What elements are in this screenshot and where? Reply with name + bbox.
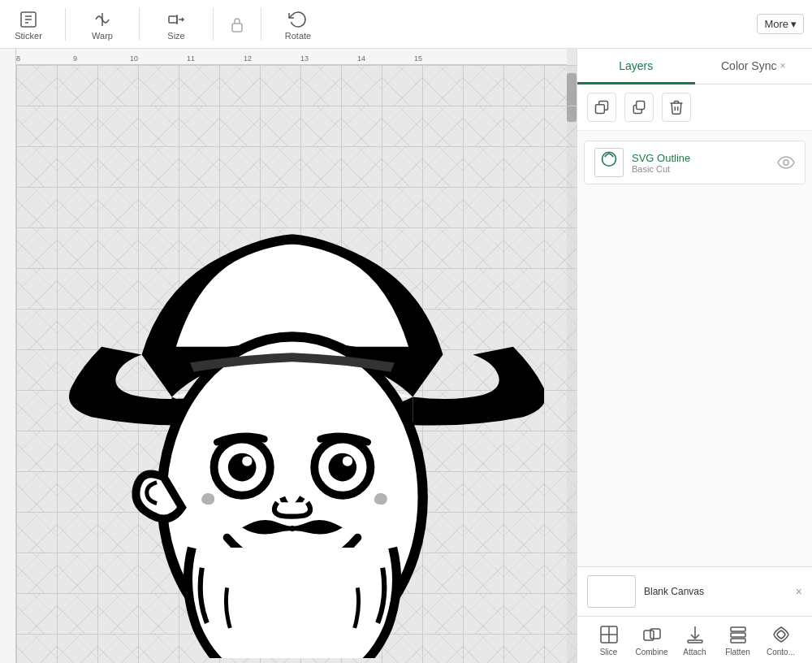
layer-visibility-icon[interactable] xyxy=(777,154,795,171)
flatten-tool[interactable]: Flatten xyxy=(718,623,758,656)
slice-label: Slice xyxy=(600,648,618,656)
contour-tool[interactable]: Conto... xyxy=(761,623,801,656)
ruler-tick: 11 xyxy=(187,54,195,63)
layers-list: SVG Outline Basic Cut xyxy=(577,131,812,566)
svg-rect-8 xyxy=(232,24,242,32)
size-label: Size xyxy=(167,31,184,41)
svg-point-11 xyxy=(228,453,257,482)
copy-to-layers-button[interactable] xyxy=(587,93,616,122)
attach-tool[interactable]: Attach xyxy=(675,623,715,656)
lock-icon-area xyxy=(230,15,244,33)
top-toolbar: Sticker Warp Size xyxy=(0,0,812,49)
flatten-icon xyxy=(727,623,749,646)
svg-rect-29 xyxy=(731,639,745,643)
svg-point-14 xyxy=(329,453,357,482)
contour-icon xyxy=(770,623,793,646)
toolbar-divider-4 xyxy=(261,8,261,41)
more-button[interactable]: More ▾ xyxy=(757,14,804,34)
canvas-area[interactable]: 8 9 10 11 12 13 14 15 xyxy=(0,49,577,663)
sticker-label: Sticker xyxy=(15,31,42,41)
toolbar-divider-2 xyxy=(139,8,140,41)
cowboy-svg xyxy=(41,106,544,658)
layers-tab-label: Layers xyxy=(619,59,653,72)
bottom-toolbar: Slice Combine xyxy=(577,616,812,663)
svg-rect-28 xyxy=(731,633,745,637)
canvas-thumbnail xyxy=(587,575,636,608)
canvas-label: Blank Canvas xyxy=(644,586,788,597)
slice-icon xyxy=(598,623,620,646)
panel-tabs: Layers Color Sync × xyxy=(577,49,812,84)
combine-label: Combine xyxy=(635,648,667,656)
canvas-wrapper xyxy=(16,65,577,663)
svg-rect-5 xyxy=(169,16,177,23)
combine-tool[interactable]: Combine xyxy=(632,623,672,656)
ruler-tick: 10 xyxy=(130,54,138,63)
layer-type: Basic Cut xyxy=(632,164,769,174)
sticker-tool[interactable]: Sticker xyxy=(8,8,49,41)
canvas-close-icon[interactable]: × xyxy=(796,585,802,598)
layer-item[interactable]: SVG Outline Basic Cut xyxy=(584,141,806,184)
slice-tool[interactable]: Slice xyxy=(589,623,629,656)
main-area: 8 9 10 11 12 13 14 15 xyxy=(0,49,812,663)
ruler-tick: 8 xyxy=(16,54,20,63)
svg-rect-26 xyxy=(688,640,702,643)
layer-name: SVG Outline xyxy=(632,152,769,164)
color-sync-close-icon[interactable]: × xyxy=(780,60,785,72)
sticker-icon xyxy=(17,8,40,31)
toolbar-divider-3 xyxy=(213,8,214,41)
duplicate-layer-button[interactable] xyxy=(624,93,654,122)
svg-rect-16 xyxy=(596,105,605,114)
size-tool[interactable]: Size xyxy=(156,8,197,41)
tab-layers[interactable]: Layers xyxy=(577,49,695,84)
attach-icon xyxy=(684,623,706,646)
grid-canvas xyxy=(16,65,577,663)
rotate-tool[interactable]: Rotate xyxy=(278,8,318,41)
canvas-preview-section: Blank Canvas × xyxy=(577,566,812,616)
more-label: More xyxy=(764,18,788,30)
ruler-tick: 13 xyxy=(300,54,309,63)
panel-actions xyxy=(577,84,812,131)
ruler-tick: 9 xyxy=(73,54,77,63)
svg-rect-27 xyxy=(731,627,745,631)
rotate-icon xyxy=(287,8,309,31)
layer-thumbnail xyxy=(594,148,624,177)
size-icon xyxy=(165,8,188,31)
warp-tool[interactable]: Warp xyxy=(82,8,123,41)
svg-rect-18 xyxy=(637,102,645,110)
rotate-label: Rotate xyxy=(285,31,311,41)
color-sync-tab-label: Color Sync xyxy=(721,59,776,72)
svg-point-15 xyxy=(343,456,352,466)
design-canvas xyxy=(41,106,544,658)
svg-point-12 xyxy=(242,456,252,466)
svg-point-20 xyxy=(784,160,788,165)
flatten-label: Flatten xyxy=(725,648,750,656)
toolbar-divider-1 xyxy=(65,8,66,41)
attach-label: Attach xyxy=(683,648,706,656)
delete-layer-button[interactable] xyxy=(662,93,691,122)
ruler-tick: 12 xyxy=(244,54,252,63)
ruler-vertical xyxy=(0,49,16,663)
right-panel: Layers Color Sync × xyxy=(577,49,812,663)
ruler-horizontal: 8 9 10 11 12 13 14 15 xyxy=(16,49,567,65)
ruler-tick: 14 xyxy=(357,54,365,63)
layer-info: SVG Outline Basic Cut xyxy=(632,152,769,174)
ruler-tick: 15 xyxy=(414,54,422,63)
warp-label: Warp xyxy=(92,31,113,41)
more-arrow: ▾ xyxy=(791,18,797,30)
tab-color-sync[interactable]: Color Sync × xyxy=(695,49,813,84)
warp-icon xyxy=(91,8,114,31)
combine-icon xyxy=(641,623,663,646)
contour-label: Conto... xyxy=(767,648,795,656)
